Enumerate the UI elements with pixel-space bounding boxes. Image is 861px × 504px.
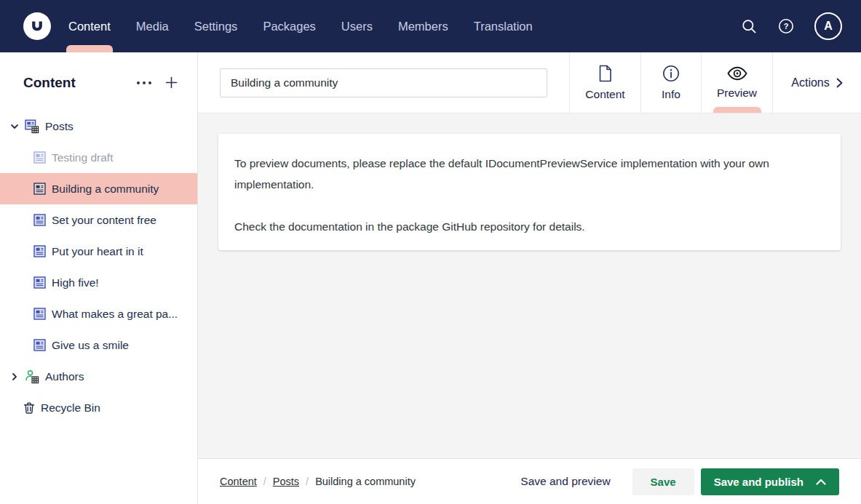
help-icon[interactable]: ? [777,17,795,35]
footer-actions: Save and preview Save Save and publish [520,468,839,495]
tree-item-label: What makes a great pa... [52,308,178,321]
umbraco-logo-icon [28,17,46,35]
content-tree-sidebar: Content [0,52,198,504]
tree-item-building-a-community[interactable]: Building a community [0,173,197,204]
notice-paragraph: Check the documentation in the package G… [234,216,824,237]
breadcrumb: Content / Posts / Building a community [220,476,416,487]
editor-header: Content Info [198,52,861,113]
article-icon [33,339,46,351]
tree-item-label: Put your heart in it [52,245,143,258]
tab-label: Info [662,88,681,101]
nav-item-users[interactable]: Users [341,0,373,52]
nav-item-label: Members [398,20,448,33]
nav-item-settings[interactable]: Settings [194,0,238,52]
tab-preview[interactable]: Preview [701,52,773,113]
document-icon [596,64,614,83]
nav-item-media[interactable]: Media [136,0,169,52]
breadcrumb-separator: / [263,476,266,487]
active-tab-underline [713,107,761,113]
tree-item-label: Building a community [52,183,159,196]
trash-icon [23,401,36,415]
content-tree: Posts Testing draft [0,111,197,423]
tab-label: Preview [717,87,757,100]
top-navigation-bar: Content Media Settings Packages Users Me… [0,0,861,52]
nav-item-label: Packages [263,20,315,33]
tree-item-label: Set your content free [52,214,156,227]
article-icon [33,245,46,257]
nav-item-packages[interactable]: Packages [263,0,315,52]
user-avatar[interactable]: A [814,12,842,40]
editor-footer: Content / Posts / Building a community S… [198,458,861,504]
tree-item-label: Testing draft [52,151,113,164]
umbraco-logo[interactable] [23,12,51,40]
save-and-preview-button[interactable]: Save and preview [520,475,610,488]
tree-item-high-five[interactable]: High five! [0,267,197,298]
tree-item-posts[interactable]: Posts [0,111,197,142]
nav-item-label: Users [341,20,373,33]
tree-item-label: Authors [45,370,84,383]
tree-item-label: Recycle Bin [41,401,100,415]
tree-item-testing-draft[interactable]: Testing draft [0,142,197,173]
tree-item-label: High five! [52,276,99,289]
preview-workspace: To preview documents, please replace the… [198,113,861,458]
chevron-right-icon[interactable] [10,372,20,381]
nav-item-translation[interactable]: Translation [474,0,533,52]
sidebar-header: Content [0,52,197,91]
article-icon [33,214,46,226]
editor-tabs: Content Info [569,52,773,113]
search-icon[interactable] [741,18,758,35]
editor-main: Content Info [198,52,861,504]
save-button[interactable]: Save [632,468,694,495]
nav-item-label: Settings [194,20,238,33]
top-nav-sections: Content Media Settings Packages Users Me… [68,0,558,52]
actions-label: Actions [791,76,829,89]
umbraco-backoffice: Content Media Settings Packages Users Me… [0,0,861,504]
svg-text:?: ? [784,22,789,31]
tree-item-label: Posts [45,120,74,133]
article-icon [33,183,46,195]
article-icon [33,151,46,164]
tree-item-what-makes-a-great-package[interactable]: What makes a great pa... [0,298,197,329]
nav-item-content[interactable]: Content [68,0,111,52]
nav-item-members[interactable]: Members [398,0,448,52]
tree-item-label: Give us a smile [52,339,129,352]
nav-item-label: Media [136,20,169,33]
top-nav-utilities: ? A [741,12,842,40]
tab-label: Content [585,88,624,101]
save-and-publish-label: Save and publish [714,476,804,488]
preview-notice-card: To preview documents, please replace the… [218,134,841,250]
save-and-publish-button[interactable]: Save and publish [701,468,839,495]
chevron-down-icon[interactable] [10,122,20,131]
chevron-right-icon [836,78,843,88]
breadcrumb-current: Building a community [315,476,416,487]
eye-icon [726,65,748,81]
info-icon [662,64,681,83]
tree-item-give-us-a-smile[interactable]: Give us a smile [0,329,197,361]
chevron-up-icon [816,479,826,485]
sidebar-options-icon[interactable] [134,79,154,87]
article-icon [33,308,46,320]
article-icon [33,276,46,289]
breadcrumb-content-link[interactable]: Content [220,476,257,487]
tree-item-recycle-bin[interactable]: Recycle Bin [0,392,197,423]
tree-item-set-your-content-free[interactable]: Set your content free [0,204,197,236]
tree-item-put-your-heart-in-it[interactable]: Put your heart in it [0,236,197,267]
document-collection-icon [25,119,39,134]
active-nav-underline [66,45,113,52]
tab-info[interactable]: Info [640,52,701,113]
document-title-input[interactable] [220,68,547,97]
nav-item-label: Translation [474,20,533,33]
breadcrumb-separator: / [306,476,309,487]
add-content-icon[interactable] [163,74,180,91]
notice-paragraph: To preview documents, please replace the… [234,153,824,195]
actions-button[interactable]: Actions [773,52,861,113]
tab-content[interactable]: Content [569,52,640,113]
nav-item-label: Content [68,20,111,33]
sidebar-title: Content [23,75,134,91]
tree-item-authors[interactable]: Authors [0,361,197,392]
document-title-area [198,52,569,113]
breadcrumb-posts-link[interactable]: Posts [273,476,299,487]
user-collection-icon [25,369,39,384]
